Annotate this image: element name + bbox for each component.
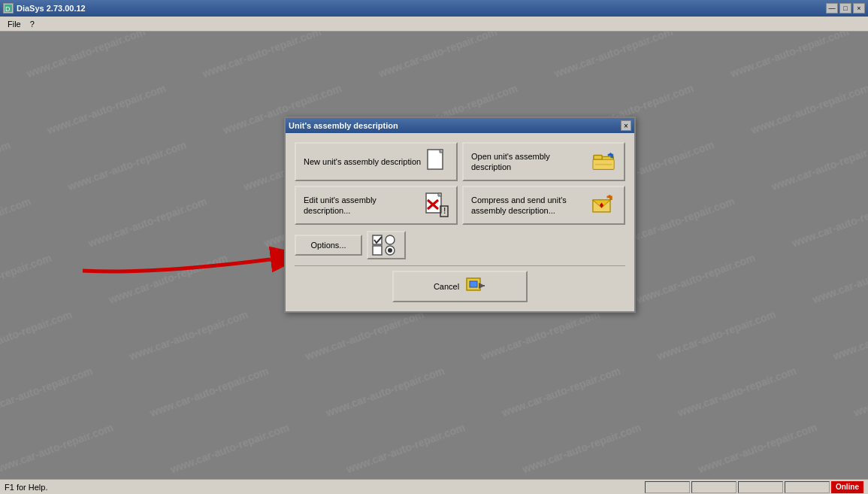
title-bar: D DiaSys 2.73.00.12 — □ ×	[0, 0, 868, 17]
edit-x-icon: !	[425, 193, 449, 217]
svg-point-28	[386, 235, 395, 244]
svg-text:!: !	[443, 207, 446, 215]
compress-send-label: Compress and send unit's assembly descri…	[471, 195, 592, 217]
status-segment-4	[785, 481, 830, 493]
status-segment-1	[645, 481, 690, 493]
new-assembly-label: New unit's assembly description	[304, 156, 425, 167]
options-button[interactable]: Options...	[295, 235, 362, 256]
status-help: F1 for Help.	[5, 483, 47, 492]
svg-marker-25	[607, 195, 612, 198]
options-icon	[367, 231, 406, 259]
app-icon: D	[3, 3, 14, 14]
new-file-icon	[425, 150, 449, 174]
menu-bar: File ?	[0, 17, 868, 32]
dialog-body: New unit's assembly description Open uni…	[286, 133, 634, 311]
online-indicator: Online	[831, 481, 863, 493]
svg-rect-9	[594, 156, 602, 160]
new-assembly-button[interactable]: New unit's assembly description	[295, 142, 458, 181]
status-segment-3	[738, 481, 783, 493]
window-controls: — □ ×	[826, 3, 865, 14]
open-assembly-label: Open unit's assembly description	[471, 151, 592, 173]
svg-text:D: D	[5, 5, 11, 13]
compress-send-button[interactable]: Compress and send unit's assembly descri…	[462, 186, 625, 225]
close-window-button[interactable]: ×	[853, 3, 865, 14]
dialog-separator	[295, 265, 625, 266]
svg-rect-11	[595, 164, 612, 165]
dialog-titlebar: Unit's assembly description ×	[286, 118, 634, 133]
compress-send-icon	[592, 193, 616, 217]
options-row: Options...	[295, 231, 625, 259]
dialog-button-grid: New unit's assembly description Open uni…	[295, 142, 625, 225]
open-assembly-button[interactable]: Open unit's assembly description	[462, 142, 625, 181]
app-title: DiaSys 2.73.00.12	[17, 4, 86, 13]
svg-rect-27	[373, 246, 382, 255]
minimize-button[interactable]: —	[826, 3, 838, 14]
cancel-row: Cancel	[295, 271, 625, 302]
menu-help[interactable]: ?	[26, 18, 39, 30]
svg-point-30	[388, 248, 392, 253]
cancel-label: Cancel	[434, 282, 459, 291]
dialog-unit-assembly: Unit's assembly description × New unit's…	[284, 117, 636, 313]
edit-assembly-button[interactable]: Edit unit's assembly description... !	[295, 186, 458, 225]
dialog-close-button[interactable]: ×	[621, 120, 631, 131]
cancel-button[interactable]: Cancel	[392, 271, 528, 302]
status-right: Online	[645, 481, 863, 493]
edit-assembly-label: Edit unit's assembly description...	[304, 195, 425, 217]
maximize-button[interactable]: □	[839, 3, 851, 14]
status-bar: F1 for Help. Online	[0, 479, 868, 494]
status-segment-2	[691, 481, 736, 493]
open-folder-icon	[592, 150, 616, 174]
svg-rect-32	[470, 281, 477, 287]
dialog-title: Unit's assembly description	[289, 121, 398, 130]
cancel-icon	[465, 277, 486, 296]
menu-file[interactable]: File	[3, 18, 26, 30]
